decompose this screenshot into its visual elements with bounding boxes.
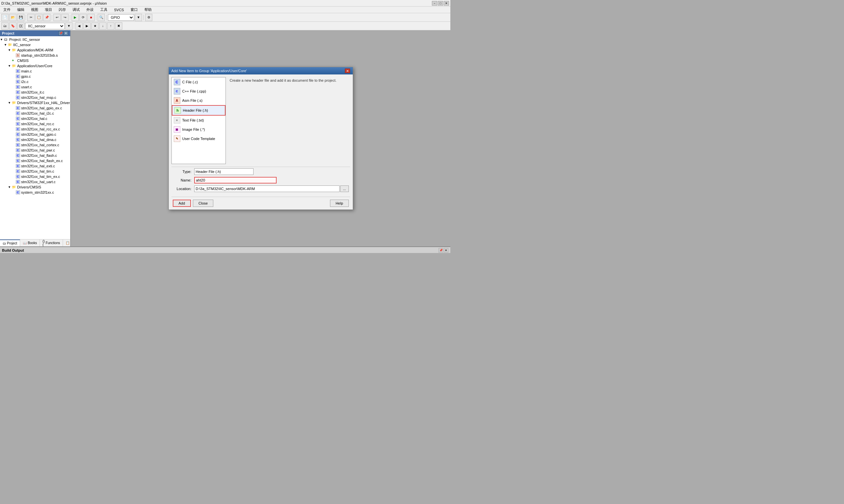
- panel-close-button[interactable]: ✕: [64, 31, 68, 36]
- tree-arrow[interactable]: ▼: [8, 101, 12, 104]
- file-combo-dropdown[interactable]: ▼: [65, 22, 72, 30]
- tree-item[interactable]: stm32f1xx_it.c: [0, 90, 70, 95]
- target-options-button[interactable]: ▼: [135, 14, 142, 21]
- menu-item-帮助[interactable]: 帮助: [142, 6, 154, 13]
- tree-item[interactable]: ▼Application/MDK-ARM: [0, 48, 70, 53]
- tree-item[interactable]: stm32f1xx_hal.c: [0, 116, 70, 121]
- tree-item[interactable]: ▼IIC_sensor: [0, 42, 70, 48]
- next-location-button[interactable]: ▶: [83, 22, 91, 30]
- menu-item-SVCS[interactable]: SVCS: [112, 7, 126, 13]
- panel-tab-templates[interactable]: 📋Templates: [63, 239, 71, 247]
- tree-item[interactable]: ▼Drivers/STM32F1xx_HAL_Driver: [0, 100, 70, 105]
- tree-item[interactable]: stm32f1xx_hal_rcc_ex.c: [0, 126, 70, 132]
- tree-arrow[interactable]: ▼: [8, 185, 12, 189]
- tree-item[interactable]: stm32f1xx_hal_gpio.c: [0, 132, 70, 137]
- tree-item[interactable]: stm32f1xx_hal_flash_ex.c: [0, 158, 70, 163]
- menu-item-外设[interactable]: 外设: [84, 6, 96, 13]
- tree-item[interactable]: ▼Application/User/Core: [0, 63, 70, 69]
- panel-tab-books[interactable]: 📖Books: [20, 239, 40, 247]
- tree-item[interactable]: stm32f1xx_hal_msp.c: [0, 95, 70, 100]
- file-type-item-text-file[interactable]: ≡Text File (.txt): [172, 115, 225, 125]
- tree-arrow[interactable]: ▼: [4, 43, 8, 47]
- bookmark-button[interactable]: 🔖: [9, 22, 16, 30]
- panel-tab-project[interactable]: 🗂Project: [0, 239, 20, 247]
- tree-item[interactable]: stm32f1xx_hal_tim.c: [0, 169, 70, 174]
- prev-location-button[interactable]: ◀: [75, 22, 83, 30]
- menu-item-视图[interactable]: 视图: [29, 6, 40, 13]
- tree-arrow[interactable]: ▼: [8, 64, 12, 68]
- tree-item[interactable]: i2c.c: [0, 79, 70, 84]
- location-input[interactable]: [194, 185, 340, 192]
- tree-item[interactable]: stm32f1xx_hal_gpio_ex.c: [0, 105, 70, 111]
- next-bookmark-button[interactable]: ↓: [99, 22, 106, 30]
- redo-button[interactable]: ↪: [61, 14, 69, 21]
- name-input[interactable]: [194, 177, 277, 183]
- panel-tab-functions[interactable]: (){Functions: [40, 239, 63, 247]
- tree-item[interactable]: stm32f1xx_hal_cortex.c: [0, 142, 70, 148]
- cut-button[interactable]: ✂: [28, 14, 35, 21]
- function-list-button[interactable]: (){: [17, 22, 24, 30]
- settings-button[interactable]: ⚙: [145, 14, 152, 21]
- tree-arrow[interactable]: ▼: [8, 49, 12, 52]
- tree-item[interactable]: gpio.c: [0, 74, 70, 79]
- project-tree-button[interactable]: 🗂: [1, 22, 8, 30]
- tree-item[interactable]: stm32f1xx_hal_uart.c: [0, 179, 70, 184]
- file-type-item-c-file[interactable]: CC File (.c): [172, 77, 225, 87]
- paste-button[interactable]: 📌: [43, 14, 50, 21]
- add-button[interactable]: Add: [173, 200, 191, 207]
- tree-item[interactable]: stm32f1xx_hal_tim_ex.c: [0, 174, 70, 179]
- build-button[interactable]: ▶: [71, 14, 79, 21]
- panel-pin-button[interactable]: 📌: [58, 31, 63, 36]
- menu-item-编辑[interactable]: 编辑: [15, 6, 27, 13]
- type-input[interactable]: [194, 168, 254, 175]
- menu-item-调试[interactable]: 调试: [71, 6, 82, 13]
- open-button[interactable]: 📂: [9, 14, 16, 21]
- browse-button[interactable]: ...: [340, 185, 349, 192]
- close-button[interactable]: ✕: [444, 1, 449, 5]
- undo-button[interactable]: ↩: [53, 14, 61, 21]
- tree-item[interactable]: system_stm32f1xx.c: [0, 190, 70, 195]
- tree-item[interactable]: CMSIS: [0, 58, 70, 63]
- file-type-item-header-file[interactable]: hHeader File (.h): [172, 105, 225, 115]
- add-bookmark-button[interactable]: ★: [91, 22, 99, 30]
- tree-item[interactable]: ▼Drivers/CMSIS: [0, 184, 70, 190]
- file-type-item-asm-file[interactable]: AAsm File (.s): [172, 96, 225, 105]
- prev-bookmark-button[interactable]: ↑: [107, 22, 115, 30]
- stop-button[interactable]: ■: [87, 14, 94, 21]
- menu-item-闪存[interactable]: 闪存: [57, 6, 68, 13]
- tree-arrow[interactable]: ▼: [0, 38, 4, 41]
- help-button[interactable]: Help: [330, 200, 349, 207]
- file-type-item-user-template[interactable]: ✎User Code Template: [172, 134, 225, 143]
- tree-item[interactable]: startup_stm32f103xb.s: [0, 53, 70, 58]
- dialog-close-button[interactable]: ✕: [345, 69, 350, 73]
- minimize-button[interactable]: −: [432, 1, 437, 5]
- tree-item[interactable]: stm32f1xx_hal_flash.c: [0, 153, 70, 158]
- file-type-item-image-file[interactable]: ▣Image File (.*): [172, 125, 225, 134]
- file-combo[interactable]: IIC_sensor: [25, 23, 65, 29]
- tree-item[interactable]: stm32f1xx_hal_rcc.c: [0, 121, 70, 126]
- file-type-item-cpp-file[interactable]: CC++ File (.cpp): [172, 87, 225, 96]
- tree-label: system_stm32f1xx.c: [21, 191, 54, 194]
- menu-item-窗口[interactable]: 窗口: [128, 6, 140, 13]
- maximize-button[interactable]: □: [438, 1, 443, 5]
- tree-item[interactable]: stm32f1xx_hal_dma.c: [0, 137, 70, 142]
- rebuild-button[interactable]: ⟳: [80, 14, 87, 21]
- clear-bookmarks-button[interactable]: ✖: [115, 22, 122, 30]
- tree-item[interactable]: main.c: [0, 69, 70, 74]
- build-close-button[interactable]: ✕: [444, 248, 448, 253]
- new-file-button[interactable]: 📄: [1, 14, 8, 21]
- tree-item[interactable]: stm32f1xx_hal_pwr.c: [0, 148, 70, 153]
- build-pin-button[interactable]: 📌: [438, 248, 443, 253]
- save-button[interactable]: 💾: [17, 14, 24, 21]
- tree-item[interactable]: ▼🗂Project: IIC_sensor: [0, 37, 70, 42]
- tree-item[interactable]: stm32f1xx_hal_exti.c: [0, 163, 70, 169]
- debug-button[interactable]: 🔍: [98, 14, 105, 21]
- copy-button[interactable]: 📋: [35, 14, 42, 21]
- menu-item-项目[interactable]: 项目: [43, 6, 54, 13]
- menu-item-文件[interactable]: 文件: [1, 6, 13, 13]
- menu-item-工具[interactable]: 工具: [98, 6, 109, 13]
- target-combo[interactable]: GPIO: [108, 14, 134, 21]
- tree-item[interactable]: stm32f1xx_hal_i2c.c: [0, 111, 70, 116]
- tree-item[interactable]: usart.c: [0, 84, 70, 90]
- close-dialog-button[interactable]: Close: [193, 200, 213, 207]
